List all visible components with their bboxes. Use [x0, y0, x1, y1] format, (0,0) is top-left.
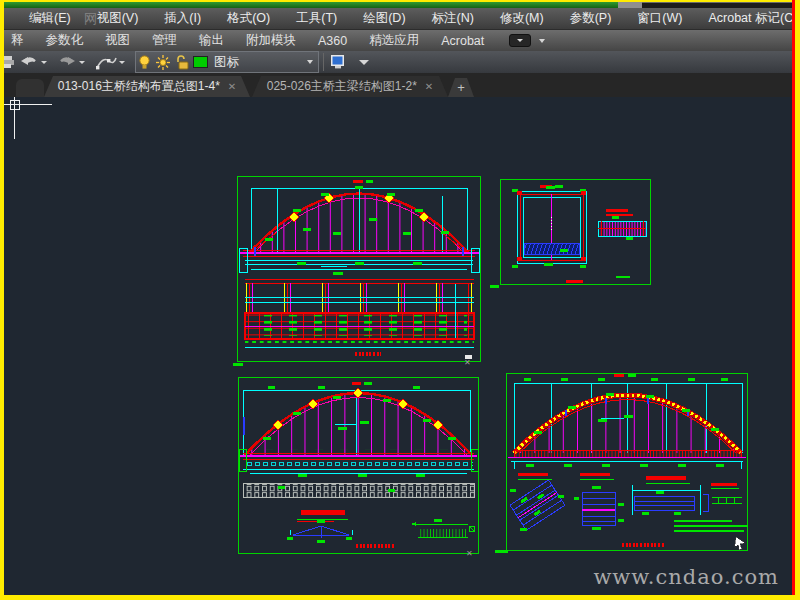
- viewport-girder-elevation[interactable]: [238, 377, 479, 554]
- menu-acrobat-markup[interactable]: Acrobat 标记(C): [695, 10, 800, 27]
- drawing-canvas[interactable]: ✕ ✕ www.cndao.com: [4, 97, 793, 595]
- tab-stub[interactable]: [16, 79, 44, 97]
- grip-mark: ✕: [464, 358, 471, 367]
- redo-dropdown-icon[interactable]: [79, 61, 85, 64]
- doc-tab-1[interactable]: 013-016主桥结构布置总图1-4* ✕: [44, 76, 250, 97]
- doc-tab-1-close-icon[interactable]: ✕: [228, 81, 236, 92]
- annotation-mark: [495, 550, 508, 553]
- ribbon-tab-addins[interactable]: 附加模块: [235, 32, 307, 49]
- layer-thaw-sun-icon[interactable]: [155, 55, 171, 70]
- layer-unlock-icon[interactable]: [175, 55, 189, 70]
- layer-color-swatch[interactable]: [193, 56, 208, 68]
- site-watermark: www.cndao.com: [593, 565, 779, 589]
- viewport-section-detail[interactable]: [500, 179, 651, 285]
- ribbon-tab-output[interactable]: 输出: [188, 32, 235, 49]
- menu-edit[interactable]: 编辑(E): [16, 10, 84, 27]
- crosshair-pickbox: [10, 100, 20, 110]
- grip-mark: ✕: [466, 549, 473, 558]
- layer-on-bulb-icon[interactable]: [138, 55, 151, 70]
- layer-name: 图标: [214, 54, 307, 71]
- doc-tab-2-close-icon[interactable]: ✕: [425, 81, 433, 92]
- frame-left: [0, 0, 4, 600]
- layer-dropdown-icon[interactable]: [307, 60, 313, 64]
- menu-modify[interactable]: 修改(M): [487, 10, 557, 27]
- ribbon-tab-annotate[interactable]: 释: [0, 32, 35, 49]
- ribbon-tab-row: 释 参数化 视图 管理 输出 附加模块 A360 精选应用 Acrobat: [0, 30, 800, 51]
- ribbon-state-icon[interactable]: [509, 34, 531, 47]
- ribbon-tab-manage[interactable]: 管理: [141, 32, 188, 49]
- spline-tool-icon[interactable]: [95, 55, 117, 70]
- autocad-window: 编辑(E) 视图(V) 插入(I) 格式(O) 工具(T) 绘图(D) 标注(N…: [0, 0, 800, 600]
- doc-tab-2[interactable]: 025-026主桥主梁结构图1-2* ✕: [252, 76, 448, 97]
- ribbon-collapse-caret-icon[interactable]: [539, 39, 545, 43]
- doc-tab-2-label: 025-026主桥主梁结构图1-2*: [267, 78, 417, 95]
- undo-dropdown-icon[interactable]: [41, 61, 47, 64]
- frame-right: [795, 0, 800, 600]
- undo-icon[interactable]: [19, 55, 39, 69]
- toolbar-separator: [323, 53, 324, 71]
- menu-window[interactable]: 窗口(W): [624, 10, 695, 27]
- menu-insert[interactable]: 插入(I): [151, 10, 214, 27]
- spline-dropdown-icon[interactable]: [119, 61, 125, 64]
- redo-icon[interactable]: [57, 55, 77, 69]
- menu-draw[interactable]: 绘图(D): [350, 10, 418, 27]
- new-tab-button[interactable]: +: [448, 78, 474, 97]
- ribbon-tab-acrobat[interactable]: Acrobat: [430, 34, 495, 48]
- viewport-general-arrangement[interactable]: [237, 176, 481, 362]
- ribbon-tab-view[interactable]: 视图: [94, 32, 141, 49]
- ribbon-tab-featured[interactable]: 精选应用: [358, 32, 430, 49]
- doc-tab-1-label: 013-016主桥结构布置总图1-4*: [58, 78, 220, 95]
- toolbar-expand-chevron-icon[interactable]: [359, 60, 369, 65]
- file-tab-bar: 013-016主桥结构布置总图1-4* ✕ 025-026主桥主梁结构图1-2*…: [0, 73, 800, 97]
- ribbon-tab-a360[interactable]: A360: [307, 34, 358, 48]
- menu-parametric[interactable]: 参数(P): [557, 10, 625, 27]
- annotation-mark: [490, 285, 499, 288]
- frame-top: [0, 0, 800, 2]
- menu-bar: 编辑(E) 视图(V) 插入(I) 格式(O) 工具(T) 绘图(D) 标注(N…: [0, 8, 800, 30]
- watermark-overlay: 网: [84, 10, 99, 28]
- menu-format[interactable]: 格式(O): [214, 10, 283, 27]
- ribbon-tab-parametric[interactable]: 参数化: [35, 32, 95, 49]
- mouse-cursor-icon: [735, 537, 746, 550]
- quick-toolbar: 图标: [0, 51, 800, 73]
- menu-tools[interactable]: 工具(T): [283, 10, 350, 27]
- workspace-monitor-icon[interactable]: [330, 54, 347, 70]
- menu-dimension[interactable]: 标注(N): [419, 10, 487, 27]
- viewport-girder-structure[interactable]: [506, 373, 748, 551]
- frame-bottom: [0, 595, 800, 600]
- layout-label-mark: [233, 363, 243, 366]
- layer-control: 图标: [135, 51, 319, 73]
